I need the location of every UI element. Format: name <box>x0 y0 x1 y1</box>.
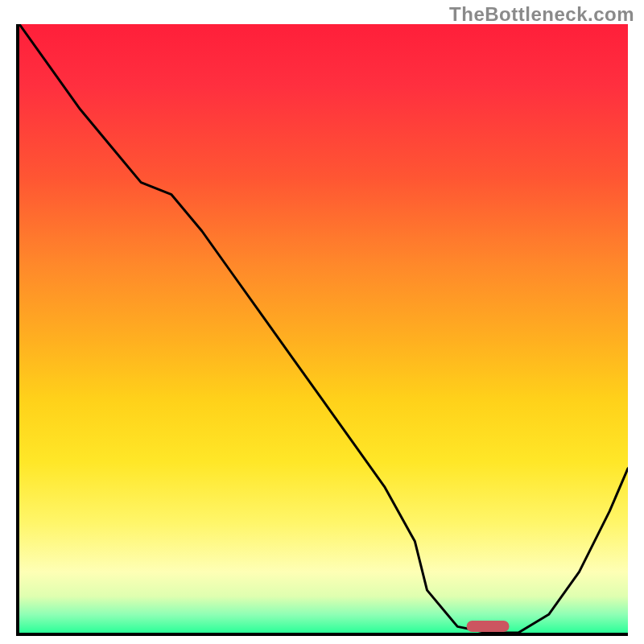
bottleneck-curve <box>19 24 628 633</box>
plot-area <box>16 24 628 636</box>
chart-container: TheBottleneck.com <box>0 0 644 644</box>
watermark-text: TheBottleneck.com <box>449 3 634 26</box>
curve-path <box>19 24 628 633</box>
optimal-marker <box>467 621 510 632</box>
